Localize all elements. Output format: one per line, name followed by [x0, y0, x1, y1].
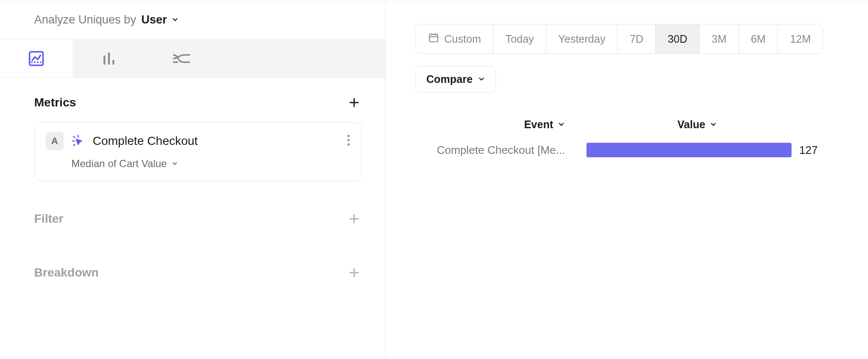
svg-rect-13 — [261, 53, 262, 61]
date-tab-label: 12M — [790, 33, 811, 45]
chevron-down-icon — [710, 118, 717, 131]
chevron-down-icon — [171, 13, 179, 26]
svg-point-22 — [347, 143, 350, 146]
svg-point-21 — [347, 139, 350, 141]
add-filter-button[interactable] — [346, 211, 362, 227]
results-panel: Custom Today Yesterday 7D 30D 3M 6M 12M … — [386, 0, 868, 359]
date-tab-6m[interactable]: 6M — [739, 24, 778, 53]
svg-rect-27 — [429, 34, 438, 41]
svg-point-12 — [251, 58, 255, 62]
calendar-icon — [428, 32, 439, 46]
analyze-value: User — [141, 13, 167, 26]
date-range-tabs: Custom Today Yesterday 7D 30D 3M 6M 12M — [416, 24, 823, 54]
result-event-label: Complete Checkout [Me... — [416, 144, 586, 157]
date-tab-today[interactable]: Today — [493, 24, 546, 53]
metric-aggregation-label: Median of Cart Value — [71, 158, 167, 170]
analyze-uniques-row: Analyze Uniques by User — [0, 0, 385, 40]
filter-header: Filter — [34, 211, 362, 227]
analyze-label: Analyze Uniques by — [34, 13, 136, 26]
chevron-down-icon — [171, 158, 178, 170]
svg-point-20 — [347, 135, 350, 137]
date-tab-custom[interactable]: Custom — [416, 24, 493, 53]
add-breakdown-button[interactable] — [346, 265, 362, 280]
svg-point-10 — [256, 53, 260, 56]
svg-point-11 — [246, 58, 249, 62]
date-tab-label: 7D — [630, 33, 643, 45]
result-bar-cell: 127 — [586, 143, 842, 157]
result-bar — [586, 143, 792, 157]
metric-badge: A — [46, 132, 64, 150]
result-row: Complete Checkout [Me... 127 — [416, 143, 842, 157]
event-column-header[interactable]: Event — [416, 118, 586, 131]
compare-dropdown[interactable]: Compare — [416, 66, 496, 93]
date-tab-label: 30D — [668, 33, 687, 45]
filter-title: Filter — [34, 212, 63, 226]
date-tab-7d[interactable]: 7D — [618, 24, 656, 53]
metric-more-button[interactable] — [347, 134, 350, 148]
date-tab-label: Today — [505, 33, 534, 45]
date-tab-yesterday[interactable]: Yesterday — [546, 24, 618, 53]
result-value: 127 — [799, 144, 818, 157]
date-tab-12m[interactable]: 12M — [778, 24, 823, 53]
breakdown-section: Breakdown — [0, 227, 385, 280]
chevron-down-icon — [557, 118, 565, 131]
compare-label: Compare — [426, 73, 472, 85]
metric-main-row: A Complete Checkout — [46, 132, 350, 150]
cursor-click-icon — [71, 134, 85, 148]
chevron-down-icon — [478, 73, 485, 85]
breakdown-header: Breakdown — [34, 265, 362, 280]
metric-name: Complete Checkout — [93, 134, 198, 148]
metrics-title: Metrics — [34, 96, 76, 109]
config-panel: Analyze Uniques by User — [0, 0, 386, 359]
chart-type-tabs — [0, 40, 385, 78]
chart-tab-line[interactable] — [0, 40, 73, 77]
breakdown-title: Breakdown — [34, 266, 99, 280]
result-headers: Event Value — [416, 118, 842, 131]
date-tab-label: Yesterday — [558, 33, 605, 45]
svg-line-16 — [73, 136, 75, 138]
event-header-label: Event — [524, 118, 553, 131]
date-tab-label: 6M — [751, 33, 766, 45]
date-tab-3m[interactable]: 3M — [700, 24, 739, 53]
metric-aggregation-dropdown[interactable]: Median of Cart Value — [71, 158, 350, 170]
date-tab-30d[interactable]: 30D — [656, 24, 700, 53]
value-column-header[interactable]: Value — [586, 118, 842, 131]
value-header-label: Value — [677, 118, 705, 131]
metric-card[interactable]: A Complete Checkout Median of Cart Value — [34, 122, 362, 181]
chart-tab-flow[interactable] — [145, 40, 218, 77]
svg-line-19 — [73, 144, 75, 146]
filter-section: Filter — [0, 181, 385, 227]
chart-tab-grid[interactable] — [218, 40, 290, 77]
add-metric-button[interactable] — [346, 95, 362, 110]
metrics-header: Metrics — [34, 95, 362, 110]
svg-point-8 — [246, 53, 249, 56]
svg-point-9 — [251, 53, 255, 56]
metrics-section: Metrics A Complete Checkout M — [0, 78, 385, 181]
chart-tab-bar[interactable] — [73, 40, 145, 77]
analyze-uniques-dropdown[interactable]: User — [141, 13, 179, 26]
date-tab-label: 3M — [712, 33, 727, 45]
date-tab-label: Custom — [444, 33, 481, 45]
